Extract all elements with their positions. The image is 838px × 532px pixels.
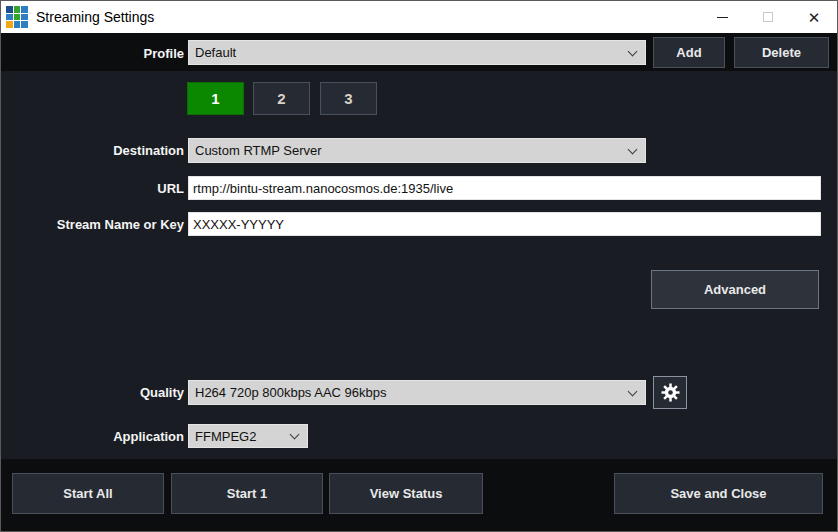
- stream-key-label: Stream Name or Key: [9, 217, 184, 232]
- close-button[interactable]: ✕: [791, 1, 837, 33]
- destination-select[interactable]: Custom RTMP Server: [188, 138, 646, 163]
- close-icon: ✕: [808, 10, 821, 25]
- chevron-down-icon: [628, 386, 638, 396]
- application-select-value: FFMPEG2: [189, 429, 291, 444]
- quality-settings-button[interactable]: [653, 376, 687, 409]
- window-controls: ✕: [699, 1, 837, 33]
- tab-stream-2[interactable]: 2: [253, 82, 310, 115]
- destination-select-value: Custom RTMP Server: [189, 143, 629, 158]
- stream-key-input[interactable]: [188, 212, 821, 236]
- profile-select[interactable]: Default: [188, 40, 646, 65]
- chevron-down-icon: [628, 46, 638, 56]
- quality-select-value: H264 720p 800kbps AAC 96kbps: [189, 385, 629, 400]
- title-bar: Streaming Settings ✕: [1, 1, 837, 33]
- application-select[interactable]: FFMPEG2: [188, 424, 308, 448]
- url-input[interactable]: [188, 176, 821, 200]
- maximize-icon: [763, 12, 773, 22]
- tab-stream-1[interactable]: 1: [187, 82, 244, 115]
- url-label: URL: [9, 181, 184, 196]
- gear-icon: [661, 383, 680, 402]
- destination-label: Destination: [9, 143, 184, 158]
- application-label: Application: [9, 429, 184, 444]
- minimize-button[interactable]: [699, 1, 745, 33]
- advanced-button[interactable]: Advanced: [651, 270, 819, 309]
- profile-label: Profile: [9, 46, 184, 61]
- window-title: Streaming Settings: [36, 9, 154, 25]
- start-all-button[interactable]: Start All: [12, 473, 164, 514]
- quality-label: Quality: [9, 385, 184, 400]
- save-and-close-button[interactable]: Save and Close: [614, 473, 823, 514]
- app-grid-icon: [6, 6, 28, 28]
- add-profile-button[interactable]: Add: [653, 37, 725, 68]
- maximize-button[interactable]: [745, 1, 791, 33]
- profile-select-value: Default: [189, 45, 629, 60]
- start-1-button[interactable]: Start 1: [171, 473, 323, 514]
- quality-select[interactable]: H264 720p 800kbps AAC 96kbps: [188, 380, 646, 405]
- delete-profile-button[interactable]: Delete: [734, 37, 829, 68]
- minimize-icon: [717, 17, 728, 18]
- profile-bar: Profile Default Add Delete: [1, 33, 837, 71]
- tab-stream-3[interactable]: 3: [320, 82, 377, 115]
- bottom-bar: Start All Start 1 View Status Save and C…: [1, 459, 837, 532]
- chevron-down-icon: [628, 144, 638, 154]
- streaming-settings-window: Streaming Settings ✕ Profile Default Add…: [0, 0, 838, 532]
- view-status-button[interactable]: View Status: [329, 473, 483, 514]
- chevron-down-icon: [290, 430, 300, 440]
